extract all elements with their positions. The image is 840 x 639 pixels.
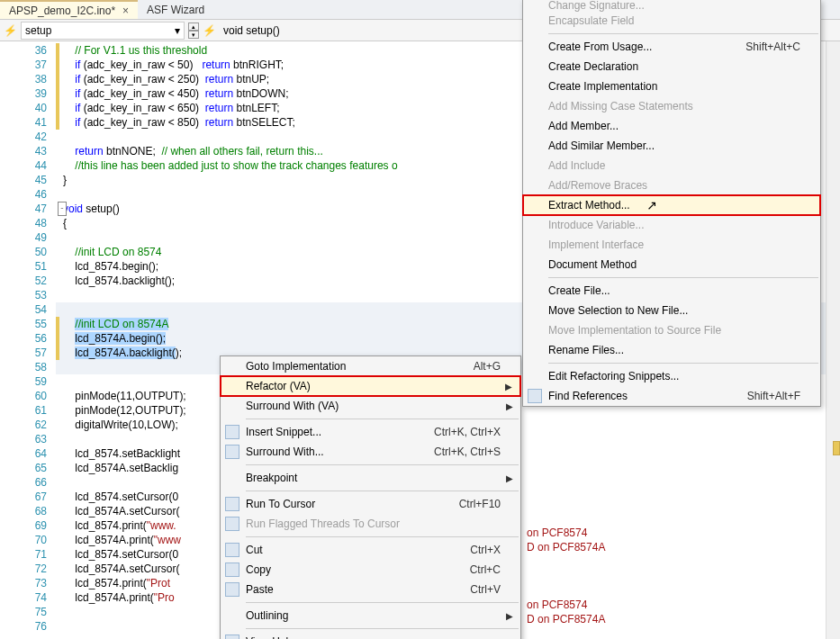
line-number: 62	[0, 418, 47, 432]
line-number: 55	[0, 317, 47, 331]
menu-item-cut[interactable]: CutCtrl+X	[221, 540, 520, 560]
menu-separator	[548, 277, 818, 278]
menu-separator	[246, 536, 519, 537]
paste-icon	[225, 582, 239, 597]
cut-icon	[225, 543, 239, 557]
line-number: 73	[0, 576, 47, 590]
menu-separator	[246, 464, 519, 465]
menu-item-label: Implement Interface	[548, 238, 644, 251]
menu-item-label: Surround With...	[246, 446, 324, 458]
menu-item-label: Add Include	[548, 159, 605, 172]
scope-icon: ⚡	[4, 24, 17, 37]
menu-item-goto-implementation[interactable]: Goto ImplementationAlt+G	[221, 356, 520, 376]
menu-item-label: View Help	[246, 635, 294, 639]
menu-item-label: Create Implementation	[548, 80, 657, 93]
vertical-scrollbar[interactable]	[826, 41, 840, 639]
menu-item-rename-files[interactable]: Rename Files...	[523, 340, 820, 360]
line-number: 72	[0, 562, 47, 576]
menu-item-move-selection-to-new-file[interactable]: Move Selection to New File...	[523, 301, 820, 320]
copy-icon	[225, 562, 239, 577]
menu-item-label: Cut	[246, 544, 263, 556]
menu-item-document-method[interactable]: Document Method	[523, 255, 820, 274]
menu-separator	[246, 602, 519, 603]
line-number: 61	[0, 403, 47, 418]
menu-shortcut: Ctrl+K, Ctrl+S	[407, 446, 501, 458]
line-number: 49	[0, 230, 47, 245]
line-number: 57	[0, 346, 47, 360]
menu-separator	[246, 628, 519, 629]
line-number: 51	[0, 259, 47, 274]
menu-item-label: Insert Snippet...	[246, 426, 321, 438]
menu-item-paste[interactable]: PasteCtrl+V	[221, 580, 520, 599]
menu-item-create-file[interactable]: Create File...	[523, 281, 820, 301]
menu-item-label: Introduce Variable...	[548, 219, 645, 231]
func-icon: ⚡	[203, 24, 216, 37]
menu-item-add-include: Add Include	[523, 156, 820, 176]
menu-item-insert-snippet[interactable]: Insert Snippet...Ctrl+K, Ctrl+X	[221, 422, 520, 442]
menu-item-add-similar-member[interactable]: Add Similar Member...	[523, 136, 820, 156]
menu-item-label: Goto Implementation	[246, 360, 346, 373]
menu-item-introduce-variable: Introduce Variable...	[523, 215, 820, 235]
menu-item-label: Add Missing Case Statements	[548, 100, 693, 112]
nav-spinner[interactable]: ▴▾	[188, 22, 199, 39]
menu-item-add-remove-braces: Add/Remove Braces	[523, 176, 820, 195]
menu-item-surround-with-va[interactable]: Surround With (VA)▶	[221, 396, 520, 416]
menu-item-create-from-usage[interactable]: Create From Usage...Shift+Alt+C	[523, 37, 820, 57]
menu-item-label: Extract Method...	[548, 199, 630, 212]
menu-item-outlining[interactable]: Outlining▶	[221, 606, 520, 626]
change-marker	[56, 101, 59, 115]
line-number: 41	[0, 115, 47, 130]
tab-asf-wizard[interactable]: ASF Wizard	[138, 0, 213, 19]
mouse-cursor: ↖	[646, 198, 657, 212]
menu-item-copy[interactable]: CopyCtrl+C	[221, 560, 520, 580]
menu-item-refactor-va[interactable]: Refactor (VA)▶	[221, 376, 520, 396]
submenu-arrow-icon: ▶	[506, 401, 513, 411]
submenu-arrow-icon: ▶	[506, 611, 513, 621]
line-number: 74	[0, 590, 47, 605]
line-number: 63	[0, 432, 47, 446]
line-number: 36	[0, 43, 47, 58]
line-number: 59	[0, 374, 47, 389]
menu-item-run-to-cursor[interactable]: Run To CursorCtrl+F10	[221, 494, 520, 514]
menu-item-breakpoint[interactable]: Breakpoint▶	[221, 468, 520, 488]
menu-item-run-flagged-threads-to-cursor: Run Flagged Threads To Cursor	[221, 514, 520, 534]
line-number: 50	[0, 245, 47, 259]
line-number: 66	[0, 475, 47, 490]
line-number: 70	[0, 533, 47, 547]
code-fragment-right: on PCF8574 D on PCF8574A on PCF8574 D on…	[527, 526, 605, 626]
menu-item-find-references[interactable]: Find ReferencesShift+Alt+F	[523, 386, 820, 406]
snippet-icon	[225, 425, 239, 439]
line-number: 39	[0, 86, 47, 101]
menu-item-label: Copy	[246, 563, 271, 576]
context-menu: Goto ImplementationAlt+GRefactor (VA)▶Su…	[220, 356, 521, 639]
menu-shortcut: Alt+G	[447, 360, 501, 373]
menu-item-edit-refactoring-snippets[interactable]: Edit Refactoring Snippets...	[523, 366, 820, 386]
menu-item-label: Find References	[548, 390, 628, 402]
line-number: 54	[0, 302, 47, 317]
scope-dropdown[interactable]: setup ▾	[21, 22, 185, 40]
menu-item-extract-method[interactable]: Extract Method...↖	[523, 195, 820, 215]
close-icon[interactable]: ×	[122, 4, 129, 17]
menu-item-implement-interface: Implement Interface	[523, 235, 820, 255]
outline-toggle[interactable]: -	[58, 202, 67, 216]
line-number: 69	[0, 518, 47, 533]
menu-shortcut: Ctrl+V	[443, 583, 501, 596]
menu-item-surround-with[interactable]: Surround With...Ctrl+K, Ctrl+S	[221, 442, 520, 462]
menu-item-add-member[interactable]: Add Member...	[523, 116, 820, 136]
menu-shortcut: Ctrl+K, Ctrl+X	[407, 426, 501, 438]
change-marker	[56, 72, 59, 86]
menu-shortcut: Ctrl+X	[443, 544, 501, 556]
menu-item-label: Outlining	[246, 609, 288, 622]
menu-item-create-implementation[interactable]: Create Implementation	[523, 76, 820, 96]
tab-file-active[interactable]: APSP_demo_I2C.ino* ×	[0, 0, 138, 19]
line-number: 52	[0, 274, 47, 288]
menu-item-label: Create From Usage...	[548, 40, 652, 53]
menu-item-view-help[interactable]: View Help	[221, 632, 520, 639]
menu-item-create-declaration[interactable]: Create Declaration	[523, 57, 820, 76]
menu-separator	[548, 363, 818, 364]
menu-separator	[548, 33, 818, 34]
scope-label: setup	[25, 24, 51, 37]
menu-item-move-implementation-to-source-file: Move Implementation to Source File	[523, 320, 820, 340]
menu-item-label: Move Implementation to Source File	[548, 324, 721, 337]
menu-separator	[246, 490, 519, 491]
